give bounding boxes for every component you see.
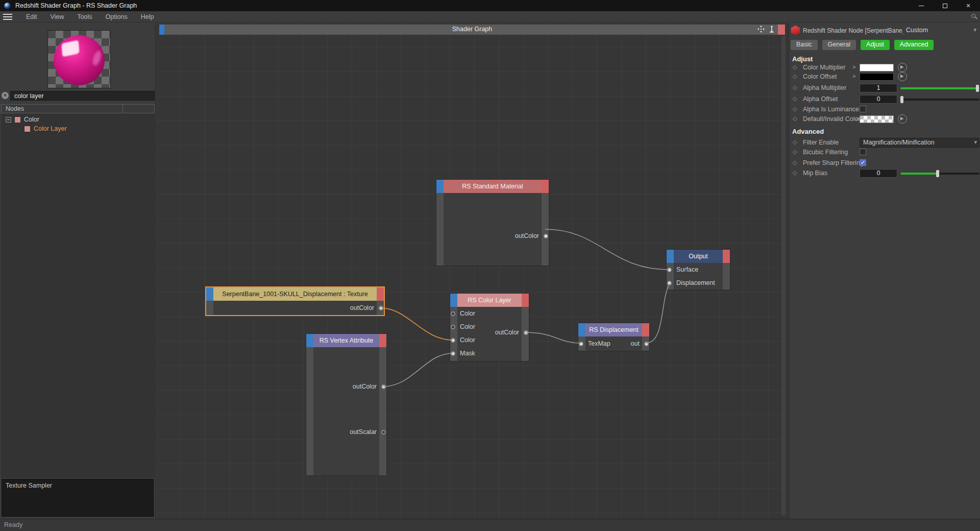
preview-sphere [54, 35, 105, 85]
parameter-diamond-icon[interactable]: ◇ [793, 84, 797, 91]
port-mask[interactable] [451, 351, 455, 356]
node-vertex-attribute[interactable]: RS Vertex Attribute outColor outScalar [306, 334, 386, 475]
menu-view[interactable]: View [44, 13, 71, 20]
dock-icon[interactable] [769, 26, 775, 33]
tree-item-color-layer[interactable]: Color Layer [24, 124, 67, 133]
alpha-multiplier-slider[interactable] [900, 87, 979, 89]
color-expand-arrow-icon[interactable]: > [852, 64, 855, 70]
graph-title-bar[interactable]: Shader Graph [159, 25, 785, 35]
parameter-diamond-icon[interactable]: ◇ [793, 115, 797, 122]
port-color-3[interactable] [451, 338, 455, 343]
port-displacement[interactable] [667, 281, 672, 285]
color-expand-arrow-icon[interactable]: > [856, 115, 859, 122]
node-input-rail [206, 301, 213, 315]
tree-item-color[interactable]: − Color [6, 115, 39, 124]
port-color-2[interactable] [451, 325, 455, 329]
picker-icon[interactable] [898, 72, 907, 81]
color-offset-swatch[interactable] [860, 73, 894, 81]
parameter-diamond-icon[interactable]: ◇ [793, 73, 797, 80]
tab-basic[interactable]: Basic [791, 40, 818, 50]
port-surface[interactable] [667, 268, 672, 272]
color-layer-icon [24, 126, 31, 132]
picker-icon[interactable] [898, 114, 907, 124]
tab-advanced[interactable]: Advanced [894, 40, 934, 50]
alpha-is-luminance-checkbox[interactable] [860, 106, 866, 112]
default-invalid-color-swatch[interactable] [860, 115, 894, 123]
parameter-diamond-icon[interactable]: ◇ [793, 139, 797, 146]
node-input-tab [667, 250, 674, 263]
node-output-tab [522, 294, 529, 307]
port-outcolor[interactable] [544, 234, 548, 238]
port-texmap[interactable] [579, 342, 583, 346]
clear-search-icon[interactable]: × [2, 92, 9, 99]
wire-displacement-to-output[interactable] [646, 283, 670, 343]
node-output-rail [723, 263, 730, 289]
port-label: out [631, 340, 640, 347]
picker-icon[interactable] [898, 63, 907, 72]
maximize-button[interactable] [933, 0, 957, 11]
node-output-tab [642, 323, 649, 336]
menu-options[interactable]: Options [99, 13, 134, 20]
port-outcolor[interactable] [381, 384, 386, 389]
port-label: Color [460, 310, 475, 317]
graph-scrollbar[interactable] [781, 36, 786, 516]
alpha-offset-input[interactable]: 0 [860, 95, 897, 104]
tree-header[interactable]: Nodes [1, 104, 155, 113]
parameter-diamond-icon[interactable]: ◇ [793, 170, 797, 176]
row-default-invalid-color: ◇ Default/Invalid Color > [789, 114, 980, 125]
prefer-sharp-filtering-checkbox[interactable] [860, 159, 866, 166]
bicubic-filtering-checkbox[interactable] [860, 149, 866, 155]
mip-bias-input[interactable]: 0 [860, 169, 897, 178]
menu-help[interactable]: Help [134, 13, 161, 20]
node-color-layer[interactable]: RS Color Layer Color Color [450, 294, 529, 361]
port-label: TexMap [588, 340, 610, 347]
filter-enable-dropdown[interactable]: Magnification/Minification ▾ [860, 138, 979, 148]
port-color-1[interactable] [451, 311, 455, 316]
mip-bias-slider[interactable] [900, 173, 979, 175]
color-category-icon [14, 116, 21, 123]
tab-adjust[interactable]: Adjust [861, 40, 890, 50]
app-window: Redshift Shader Graph - RS Shader Graph … [0, 0, 980, 531]
alpha-offset-slider[interactable] [900, 99, 979, 101]
row-color-multiplier: ◇ Color Multiplier > [789, 63, 980, 73]
wire-colorlayer-to-displacement[interactable] [525, 332, 581, 343]
parameter-diamond-icon[interactable]: ◇ [793, 159, 797, 166]
port-label: outColor [353, 383, 377, 390]
node-output-rail [379, 347, 386, 475]
node-output-tab [542, 180, 549, 193]
port-outcolor[interactable] [524, 330, 528, 335]
node-texture[interactable]: SerpentBane_1001-SKULL_Displacement : Te… [206, 287, 384, 315]
color-expand-arrow-icon[interactable]: > [852, 73, 855, 79]
wire-vertex-to-mask[interactable] [383, 353, 453, 387]
menu-tools[interactable]: Tools [70, 13, 99, 20]
parameter-diamond-icon[interactable]: ◇ [793, 95, 797, 102]
search-input[interactable] [10, 91, 155, 101]
port-label: Color [460, 336, 475, 344]
parameter-diamond-icon[interactable]: ◇ [793, 106, 797, 112]
node-output-tab [377, 287, 384, 301]
wire-material-to-surface[interactable] [545, 229, 669, 270]
shader-graph-canvas[interactable]: Shader Graph [156, 22, 789, 519]
alpha-multiplier-input[interactable]: 1 [860, 84, 897, 92]
tab-general[interactable]: General [822, 40, 856, 50]
parameter-diamond-icon[interactable]: ◇ [793, 64, 797, 70]
port-outcolor[interactable] [379, 306, 383, 310]
menu-edit[interactable]: Edit [19, 13, 44, 20]
node-standard-material[interactable]: RS Standard Material outColor [436, 180, 549, 266]
move-icon[interactable] [757, 26, 765, 33]
hamburger-icon[interactable] [3, 14, 12, 20]
parameter-diamond-icon[interactable]: ◇ [793, 149, 797, 155]
color-multiplier-swatch[interactable] [860, 64, 894, 71]
close-button[interactable]: × [957, 0, 980, 11]
node-displacement[interactable]: RS Displacement TexMap out [578, 323, 649, 351]
node-output[interactable]: Output Surface Displacement [667, 250, 730, 289]
row-bicubic-filtering: ◇ Bicubic Filtering [789, 148, 980, 158]
port-out[interactable] [644, 342, 649, 346]
preset-dropdown[interactable]: Custom ▾ [904, 26, 978, 35]
port-outscalar[interactable] [381, 430, 386, 435]
search-icon[interactable] [971, 14, 977, 20]
wire-texture-to-colorlayer[interactable] [380, 308, 453, 340]
row-mip-bias: ◇ Mip Bias 0 [789, 168, 980, 179]
expand-icon[interactable]: − [6, 117, 11, 123]
minimize-button[interactable] [910, 0, 933, 11]
